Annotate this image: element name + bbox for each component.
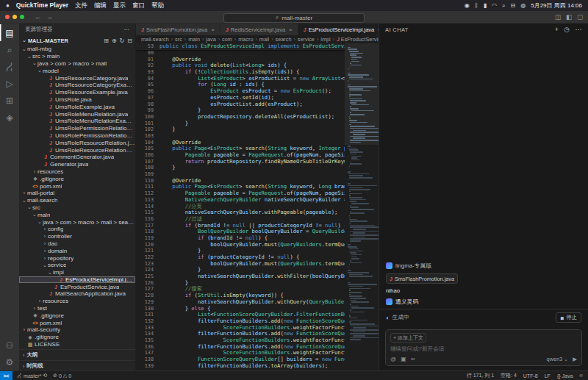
breadcrumb-item[interactable]: java bbox=[206, 36, 215, 43]
tree-item-umsroleresourcerelationexample-java[interactable]: JUmsRoleResourceRelationExample.java bbox=[19, 146, 135, 154]
code-line[interactable]: 117 if (brandId != null || productCatego… bbox=[136, 223, 345, 229]
chat-input-box[interactable]: + 添加上下文 继续提问或'/'新开会话 @▣∞ qwen3 ⌄ ▶ bbox=[385, 329, 582, 366]
tree-item-mallsearchapplication-java[interactable]: JMallSearchApplication.java bbox=[19, 290, 135, 298]
new-chat-icon[interactable]: + bbox=[555, 26, 559, 33]
refresh-icon[interactable]: ↻ bbox=[120, 37, 125, 44]
code-line[interactable]: 113 NativeSearchQueryBuilder nativeSearc… bbox=[136, 197, 345, 204]
breadcrumb-item[interactable]: mall bbox=[259, 36, 269, 43]
code-line[interactable]: 135 ScoreFunctionBuilders.weightFactorFu… bbox=[136, 337, 345, 344]
code-line[interactable]: 128 if (StrUtil.isEmpty(keyword)) { bbox=[136, 293, 345, 299]
tree-item-main[interactable]: ⌄main bbox=[19, 211, 135, 218]
collapse-all-icon[interactable]: ⊟ bbox=[127, 37, 132, 44]
code-line[interactable]: 107 return productRepository.findByNameO… bbox=[136, 159, 345, 165]
sidebar-panel-大纲[interactable]: ›大纲 bbox=[19, 349, 135, 360]
tree-item-service[interactable]: ⌄service bbox=[19, 262, 135, 269]
breadcrumb-item[interactable]: macro bbox=[238, 36, 253, 43]
menubar-clock[interactable]: 5月29日 周四 14:06 bbox=[531, 1, 582, 10]
tree-item-java-com-macro-mall-search[interactable]: ⌄java > com > macro > mall > search bbox=[19, 218, 135, 226]
code-line[interactable]: 90 bbox=[136, 50, 345, 57]
menu-item-显示[interactable]: 显示 bbox=[113, 1, 126, 10]
code-line[interactable]: 96 EsProduct esProduct = new EsProduct()… bbox=[136, 88, 345, 95]
breadcrumb-item[interactable]: J EsProductServiceImpl.java bbox=[337, 36, 379, 43]
back-icon[interactable]: ← bbox=[35, 13, 41, 21]
menu-item-文件[interactable]: 文件 bbox=[75, 1, 87, 10]
breadcrumb-item[interactable]: impl bbox=[320, 36, 330, 43]
tree-item-generator-java[interactable]: JGenerator.java bbox=[19, 161, 135, 168]
tree-item-mall-security[interactable]: ›mall-security bbox=[19, 326, 135, 334]
tree-item-mall-mbg[interactable]: ⌄mall-mbg bbox=[19, 46, 135, 53]
code-line[interactable]: 94 List<EsProduct> esProductList = new A… bbox=[136, 76, 345, 82]
code-line[interactable]: 93 if (!CollectionUtils.isEmpty(ids)) { bbox=[136, 69, 345, 76]
forward-icon[interactable]: → bbox=[46, 13, 53, 21]
code-line[interactable]: 124 } bbox=[136, 267, 345, 273]
code-line[interactable]: 138 FunctionScoreQueryBuilder[] builders… bbox=[136, 356, 345, 363]
stop-button[interactable]: ◼ 停止 bbox=[556, 312, 581, 323]
eol-setting[interactable]: LF bbox=[545, 373, 551, 379]
sidebar-panel-时间线[interactable]: ›时间线 bbox=[19, 360, 135, 371]
tab-esproductserviceimpl-java[interactable]: JEsProductServiceImpl.java● bbox=[298, 24, 379, 35]
image-icon[interactable]: ▣ bbox=[401, 356, 406, 362]
new-folder-icon[interactable]: ⊕ bbox=[112, 37, 117, 44]
code-line[interactable]: 110 @Override bbox=[136, 178, 345, 184]
code-line[interactable]: 101 } bbox=[136, 121, 345, 127]
code-line[interactable]: 133 ScoreFunctionBuilders.weightFactorFu… bbox=[136, 325, 345, 331]
code-line[interactable]: 115 nativeSearchQueryBuilder.withPageabl… bbox=[136, 209, 345, 216]
tree-item-java-com-macro-mall[interactable]: ⌄java > com > macro > mall bbox=[19, 60, 135, 68]
code-line[interactable]: 122 if (productCategoryId != null) { bbox=[136, 254, 345, 261]
activitybar-extensions[interactable]: ⊞ bbox=[0, 92, 19, 109]
code-line[interactable]: 137 ScoreFunctionBuilders.weightFactorFu… bbox=[136, 350, 345, 356]
tree-item-test[interactable]: ›test bbox=[19, 305, 135, 312]
breadcrumb-item[interactable]: service bbox=[298, 36, 315, 43]
code-editor[interactable]: 53public class EsProductServiceImpl impl… bbox=[136, 43, 345, 371]
activitybar-source-control[interactable]: ⌥ bbox=[0, 58, 19, 75]
code-line[interactable]: 105 public Page<EsProduct> search(String… bbox=[136, 146, 345, 152]
tree-item-umsrolemenurelationexample-java[interactable]: JUmsRoleMenuRelationExample.java bbox=[19, 118, 135, 125]
tree-item-controller[interactable]: ›controller bbox=[19, 233, 135, 240]
notifications-bell-icon[interactable]: ⍾ bbox=[579, 373, 583, 379]
tree-item-model[interactable]: ⌄model bbox=[19, 67, 135, 74]
code-line[interactable]: 92 public void delete(List<Long> ids) { bbox=[136, 62, 345, 69]
code-line[interactable]: 103 bbox=[136, 133, 345, 140]
sidebar-more-icon[interactable]: ⋯ bbox=[124, 26, 130, 33]
control-center-icon[interactable]: ⊟ bbox=[511, 2, 516, 10]
code-line[interactable]: 129 nativeSearchQueryBuilder.withQuery(Q… bbox=[136, 299, 345, 306]
apple-menu-icon[interactable]: ● bbox=[6, 2, 10, 9]
activitybar-lingma[interactable]: ◈ bbox=[0, 109, 19, 126]
tree-item-umsroleexample-java[interactable]: JUmsRoleExample.java bbox=[19, 103, 135, 110]
tree-item-umsrolepermissionrelationexample-java[interactable]: JUmsRolePermissionRelationExample.java bbox=[19, 132, 135, 140]
activitybar-accounts[interactable]: ⚇ bbox=[0, 337, 19, 354]
model-selector[interactable]: qwen3 ⌄ bbox=[547, 356, 569, 362]
tree-item-src[interactable]: ⌄src bbox=[19, 204, 135, 212]
tree-item-src-main[interactable]: ⌄src > main bbox=[19, 53, 135, 60]
chat-input-placeholder[interactable]: 继续提问或'/'新开会话 bbox=[390, 345, 577, 353]
zoom-window-button[interactable] bbox=[20, 15, 24, 19]
tree-item-config[interactable]: ›config bbox=[19, 226, 135, 233]
code-line[interactable]: 104 @Override bbox=[136, 140, 345, 146]
code-line[interactable]: 120 boolQueryBuilder.must(QueryBuilders.… bbox=[136, 242, 345, 248]
code-line[interactable]: 134 filterFunctionBuilders.add(new Funct… bbox=[136, 331, 345, 337]
code-line[interactable]: 102 } bbox=[136, 126, 345, 133]
code-line[interactable]: 111 public Page<EsProduct> search(String… bbox=[136, 184, 345, 190]
send-icon[interactable]: ▶ bbox=[573, 356, 577, 362]
menu-item-帮助[interactable]: 帮助 bbox=[151, 1, 164, 10]
minimap[interactable] bbox=[345, 43, 379, 371]
code-line[interactable]: 139 filterFunctionBuilders.toArray(build… bbox=[136, 363, 345, 370]
problems-indicator[interactable]: ⊘ 0 △ 0 bbox=[53, 373, 71, 379]
tree-item-umsroleresourcerelation-java[interactable]: JUmsRoleResourceRelation.java bbox=[19, 139, 135, 146]
battery-icon[interactable]: ▮ bbox=[484, 2, 487, 10]
tree-item-esproductservice-java[interactable]: JEsProductService.java bbox=[19, 283, 135, 290]
code-line[interactable]: 136 filterFunctionBuilders.add(new Funct… bbox=[136, 344, 345, 351]
code-line[interactable]: 95 for (Long id : ids) { bbox=[136, 82, 345, 88]
breadcrumb-item[interactable]: mall-search bbox=[141, 36, 169, 43]
branch-indicator[interactable]: ⌥ master* ⟲ bbox=[16, 373, 47, 379]
language-mode[interactable]: {} Java bbox=[557, 373, 573, 379]
new-file-icon[interactable]: ⊞ bbox=[104, 37, 109, 44]
tree-item-gitignore[interactable]: ◆.gitignore bbox=[19, 334, 135, 341]
activitybar-settings[interactable]: ⚙ bbox=[0, 354, 19, 370]
activitybar-explorer[interactable]: ▤ bbox=[0, 24, 19, 41]
wifi-icon[interactable]: ◠ bbox=[492, 2, 497, 10]
code-line[interactable]: 127 //搜索 bbox=[136, 286, 345, 293]
tree-item-repository[interactable]: ›repository bbox=[19, 254, 135, 262]
code-line[interactable]: 108 } bbox=[136, 165, 345, 171]
tree-item-license[interactable]: ▤LICENSE bbox=[19, 341, 135, 348]
